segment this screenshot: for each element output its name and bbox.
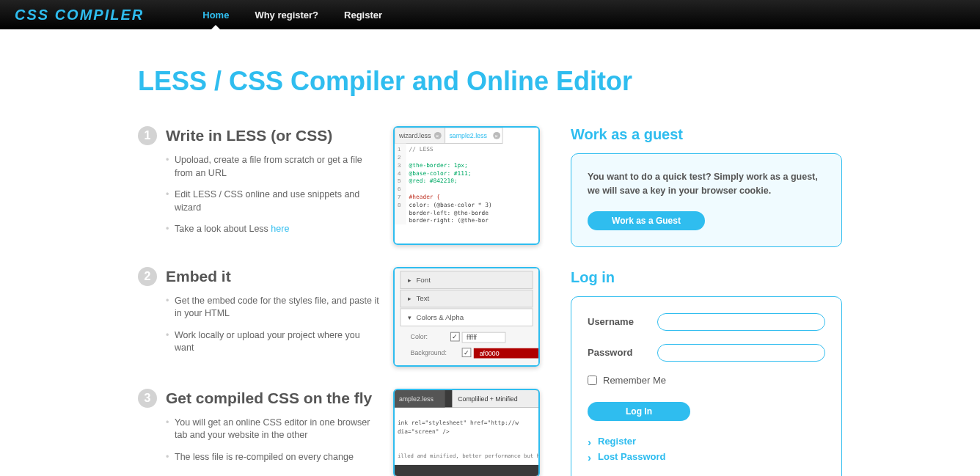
main-container: LESS / CSS Compiler and Online Editor 1 … bbox=[138, 29, 842, 476]
step-item: Take a look about Less here bbox=[166, 223, 380, 236]
svg-text:✓: ✓ bbox=[464, 348, 469, 356]
lost-password-link[interactable]: Lost Password bbox=[598, 451, 665, 462]
svg-text:@the-border: 1px;: @the-border: 1px; bbox=[409, 162, 468, 169]
svg-text:✓: ✓ bbox=[452, 333, 458, 340]
main-nav: Home Why register? Register bbox=[202, 10, 382, 21]
nav-why-register[interactable]: Why register? bbox=[255, 10, 318, 21]
svg-text:af0000: af0000 bbox=[480, 349, 500, 356]
nav-register[interactable]: Register bbox=[344, 10, 382, 21]
step-2: 2 Embed it Get the embed code for the st… bbox=[138, 267, 549, 367]
login-panel: Username Password Remember Me Log In Reg… bbox=[571, 296, 842, 477]
step-2-image: ▸ Font ▸ Text ▾ Colors & Alpha Color: ✓ … bbox=[393, 267, 540, 367]
svg-text:#header {: #header { bbox=[409, 194, 440, 200]
svg-text:@base-color: #111;: @base-color: #111; bbox=[409, 170, 472, 177]
svg-text:3: 3 bbox=[398, 162, 401, 169]
guest-text: You want to do a quick test? Simply work… bbox=[588, 170, 825, 198]
svg-text:▸: ▸ bbox=[408, 276, 412, 283]
svg-text:6: 6 bbox=[398, 186, 401, 192]
username-input[interactable] bbox=[657, 313, 825, 331]
svg-text:border-left:  @the-borde: border-left: @the-borde bbox=[409, 210, 489, 216]
steps-column: 1 Write in LESS (or CSS) Upoload, create… bbox=[138, 126, 549, 476]
step-item: Upoload, create a file from scratch or g… bbox=[166, 154, 380, 180]
step-item: Work locally or upload your project wher… bbox=[166, 329, 380, 355]
step-item: You will get an online CSS editor in one… bbox=[166, 417, 380, 442]
svg-text:Text: Text bbox=[416, 294, 429, 302]
svg-text:@red:        #842210;: @red: #842210; bbox=[409, 177, 458, 184]
work-as-guest-button[interactable]: Work as a Guest bbox=[588, 211, 705, 230]
step-1-image: wizard.less × sample2.less × 12 34 56 78… bbox=[393, 126, 540, 245]
page-title: LESS / CSS Compiler and Online Editor bbox=[138, 66, 842, 97]
step-title: Embed it bbox=[166, 268, 231, 285]
svg-text:2: 2 bbox=[398, 154, 401, 161]
remember-checkbox[interactable] bbox=[588, 376, 597, 385]
step-item: The less file is re-compiled on every ch… bbox=[166, 451, 380, 464]
username-label: Username bbox=[588, 316, 657, 327]
right-column: Work as a guest You want to do a quick t… bbox=[571, 126, 842, 476]
svg-text:7: 7 bbox=[398, 194, 401, 200]
step-title: Get compiled CSS on the fly bbox=[166, 389, 372, 407]
register-link[interactable]: Register bbox=[598, 436, 636, 447]
svg-text:border-right: (@the-bor: border-right: (@the-bor bbox=[409, 217, 489, 224]
less-link[interactable]: here bbox=[271, 224, 289, 234]
step-item: Edit LESS / CSS online and use snippets … bbox=[166, 188, 380, 214]
remember-label: Remember Me bbox=[603, 375, 666, 386]
svg-text:Color:: Color: bbox=[411, 333, 428, 340]
svg-text:sample2.less: sample2.less bbox=[449, 132, 487, 139]
svg-text:×: × bbox=[494, 133, 498, 139]
guest-panel: You want to do a quick test? Simply work… bbox=[571, 153, 842, 247]
svg-text:// LESS: // LESS bbox=[409, 146, 434, 153]
svg-rect-55 bbox=[395, 465, 538, 476]
step-number: 2 bbox=[138, 267, 157, 286]
step-item: Get the embed code for the styles file, … bbox=[166, 295, 380, 321]
password-input[interactable] bbox=[657, 344, 825, 362]
svg-text:8: 8 bbox=[398, 202, 401, 208]
svg-text:dia="screen" />: dia="screen" /> bbox=[398, 428, 450, 435]
svg-text:ink rel="stylesheet" href="htt: ink rel="stylesheet" href="http://w bbox=[398, 420, 519, 426]
svg-text:Font: Font bbox=[416, 275, 431, 283]
svg-text:Complilied + Minified: Complilied + Minified bbox=[458, 395, 518, 402]
password-label: Password bbox=[588, 347, 657, 358]
step-3-image: ample2.less Complilied + Minified ink re… bbox=[393, 389, 540, 476]
step-title: Write in LESS (or CSS) bbox=[166, 127, 332, 144]
svg-text:4: 4 bbox=[398, 170, 401, 177]
guest-panel-title: Work as a guest bbox=[571, 126, 842, 143]
step-number: 1 bbox=[138, 126, 157, 145]
svg-text:Background:: Background: bbox=[411, 348, 447, 356]
step-1: 1 Write in LESS (or CSS) Upoload, create… bbox=[138, 126, 549, 245]
logo: CSS COMPILER bbox=[15, 7, 144, 23]
login-button[interactable]: Log In bbox=[588, 402, 690, 421]
svg-text:illed and minified, better per: illed and minified, better performance b… bbox=[398, 453, 538, 459]
top-bar: CSS COMPILER Home Why register? Register bbox=[0, 0, 980, 29]
nav-home[interactable]: Home bbox=[202, 10, 229, 21]
login-panel-title: Log in bbox=[571, 269, 842, 286]
svg-text:5: 5 bbox=[398, 177, 401, 184]
svg-text:Colors & Alpha: Colors & Alpha bbox=[416, 312, 464, 321]
svg-text:▸: ▸ bbox=[408, 295, 412, 302]
svg-text:ample2.less: ample2.less bbox=[399, 395, 434, 402]
svg-text:1: 1 bbox=[398, 146, 401, 153]
svg-text:color: (@base-color * 3): color: (@base-color * 3) bbox=[409, 202, 492, 208]
svg-text:wizard.less: wizard.less bbox=[398, 132, 431, 139]
step-3: 3 Get compiled CSS on the fly You will g… bbox=[138, 389, 549, 476]
svg-text:▾: ▾ bbox=[408, 313, 412, 321]
svg-text:×: × bbox=[436, 133, 439, 139]
step-number: 3 bbox=[138, 389, 157, 408]
svg-text:ffffff: ffffff bbox=[467, 334, 477, 341]
